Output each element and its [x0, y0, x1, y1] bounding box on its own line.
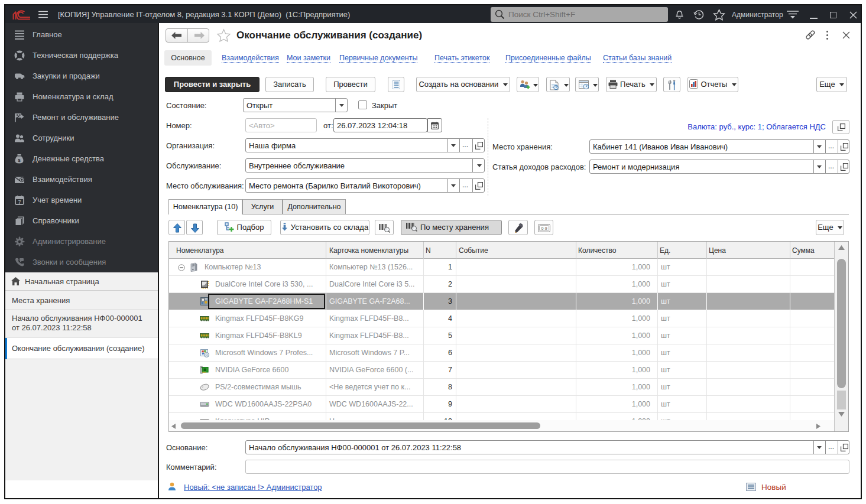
- svg-text:0-9: 0-9: [541, 226, 547, 230]
- svg-text:$: $: [18, 158, 21, 163]
- svg-text:7: 7: [18, 199, 21, 205]
